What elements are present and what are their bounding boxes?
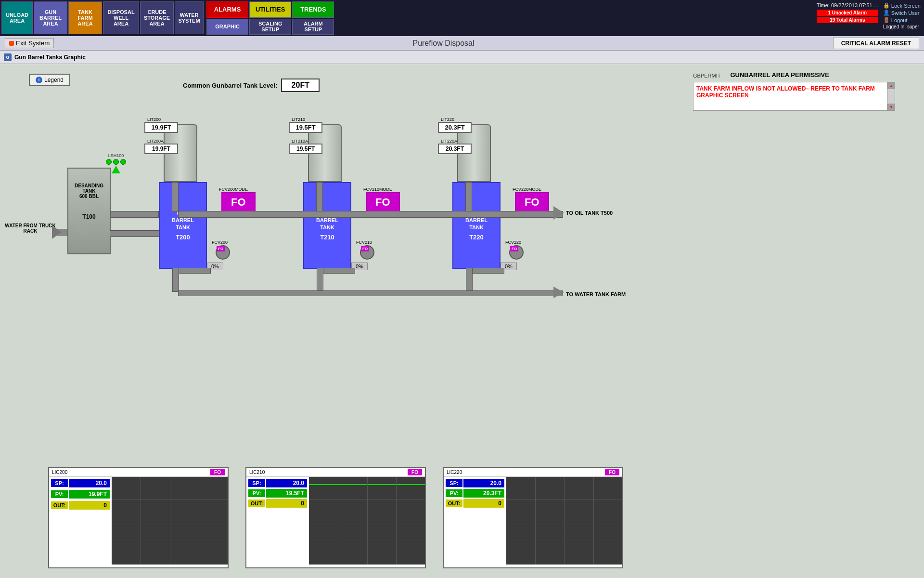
legend-button[interactable]: i Legend (29, 74, 70, 86)
pid220-chart (506, 477, 622, 565)
logout-label: Logout (891, 17, 908, 23)
lock-screen-link[interactable]: 🔒 Lock Screen (883, 2, 921, 9)
lit220-label: LIT220 (441, 117, 454, 122)
gbt-t200-id: T200 (176, 234, 190, 241)
pid200-sp-value[interactable]: 20.0 (69, 479, 110, 487)
nav-crude-storage-area[interactable]: CRUDE STORAGE AREA (140, 1, 174, 34)
fcv210mode-label: FCV210MODE (363, 187, 392, 192)
pid200-mode-badge: FO (210, 469, 225, 475)
page-header: G Gun Barrel Tanks Graphic (0, 51, 924, 64)
switch-user-icon: 👤 (883, 10, 890, 16)
pid220-content: SP: 20.0 PV: 20.3FT OUT: 0 (444, 477, 622, 565)
desanding-tank-name: DESANDING TANK (68, 183, 110, 194)
fcv210-fo-badge: FO (361, 246, 369, 251)
pid210-sp-row: SP: 20.0 (248, 479, 307, 487)
scroll-up-icon[interactable]: ▲ (887, 82, 895, 89)
nav-alarms[interactable]: ALARMS (206, 1, 248, 18)
exit-system-button[interactable]: Exit System (5, 38, 54, 48)
lit200a-value[interactable]: 19.9FT (144, 144, 178, 154)
total-alarms-badge[interactable]: 19 Total Alarms (817, 17, 878, 23)
gun-barrel-tank-t200[interactable]: GUNBARRELTANK T200 (159, 182, 207, 269)
pipe-t100-t200-h (111, 211, 159, 218)
nav-tank-farm-area[interactable]: TANK FARM AREA (68, 1, 102, 34)
chart200-vgrid3 (199, 477, 199, 565)
nav-unload-area[interactable]: UNLOAD AREA (1, 1, 33, 34)
to-water-arrow-icon (553, 287, 564, 298)
desanding-tank: DESANDING TANK 600 BBL T100 (67, 168, 111, 254)
pid200-out-value[interactable]: 0 (69, 501, 110, 510)
nav-alarm-setup[interactable]: ALARM SETUP (292, 19, 334, 35)
fcv200-label: FCV200 (212, 240, 228, 245)
lit210-label: LIT210 (292, 117, 305, 122)
to-oil-arrow-icon (553, 206, 564, 220)
lsh-dot-3 (120, 159, 126, 165)
permissive-message: TANK FARM INFLOW IS NOT ALLOWED– REFER T… (693, 82, 895, 111)
pid220-sp-label: SP: (446, 479, 462, 487)
nav-scaling-setup[interactable]: SCALING SETUP (249, 19, 291, 35)
permissive-scrollbar[interactable]: ▲ ▼ (887, 82, 895, 110)
pid200-header: LIC200 FO (49, 468, 228, 477)
pid220-out-value[interactable]: 0 (463, 499, 504, 508)
legend-icon: i (36, 77, 42, 83)
pid220-header: LIC220 FO (444, 468, 622, 477)
nav-utilities[interactable]: UTILITIES (249, 1, 291, 18)
app-title: Pureflow Disposal (54, 39, 833, 48)
pid-panel-lic210: LIC210 FO SP: 20.0 PV: 19.5FT OUT: 0 (245, 467, 426, 568)
fcv220mode-button[interactable]: FO (515, 192, 549, 212)
gbt-t210-id: T210 (320, 234, 334, 241)
pid210-sp-label: SP: (248, 479, 265, 487)
fcv220mode-label: FCV220MODE (513, 187, 541, 192)
gun-barrel-tank-t210[interactable]: GUNBARRELTANK T210 (303, 182, 351, 269)
pid220-label: LIC220 (447, 470, 462, 475)
common-level-value: 20FT (281, 79, 320, 92)
logout-link[interactable]: 🚪 Logout (883, 17, 921, 23)
pid210-pv-row: PV: 19.5FT (248, 489, 307, 498)
page-title: Gun Barrel Tanks Graphic (14, 54, 86, 61)
fcv200mode-label: FCV200MODE (219, 187, 248, 192)
desanding-tank-id: T100 (68, 213, 110, 220)
gun-barrel-tank-t220[interactable]: GUNBARRELTANK T220 (452, 182, 500, 269)
lit210a-value[interactable]: 19.5FT (289, 144, 322, 154)
lock-area: 🔒 Lock Screen 👤 Switch User 🚪 Logout Log… (883, 2, 921, 29)
desanding-tank-label: DESANDING TANK 600 BBL T100 (68, 169, 110, 220)
scroll-down-icon[interactable]: ▼ (887, 104, 895, 110)
unacked-alarm-badge[interactable]: 1 Unacked Alarm (817, 10, 878, 16)
fcv210mode-button[interactable]: FO (366, 192, 400, 212)
pid220-mode-badge: FO (605, 469, 619, 475)
switch-user-link[interactable]: 👤 Switch User (883, 10, 921, 16)
pid210-out-value[interactable]: 0 (266, 499, 307, 508)
permissive-text: TANK FARM INFLOW IS NOT ALLOWED– REFER T… (696, 85, 875, 99)
common-level-display: Common Gunbarrel Tank Level: 20FT (183, 79, 320, 92)
pid200-sp-label: SP: (51, 479, 68, 487)
time-display: Time: 09/27/2013 07:51 ... (817, 2, 878, 8)
chart210-vgrid1 (338, 477, 338, 565)
nav-disposal-well-area[interactable]: DISPOSAL WELL AREA (103, 1, 139, 34)
exit-dot-icon (9, 41, 14, 46)
critical-alarm-reset-button[interactable]: CRITICAL ALARM RESET (833, 38, 919, 49)
legend-label: Legend (44, 77, 64, 83)
lit200-value[interactable]: 19.9FT (144, 122, 178, 133)
lit220a-value[interactable]: 20.3FT (438, 144, 472, 154)
fcv220-label: FCV220 (505, 240, 521, 245)
pid220-pv-row: PV: 20.3FT (446, 489, 504, 498)
nav-water-system[interactable]: WATER SYSTEM (175, 1, 204, 34)
chart210-vgrid3 (396, 477, 397, 565)
pid210-sp-value[interactable]: 20.0 (266, 479, 307, 487)
nav-trends[interactable]: TRENDS (292, 1, 334, 18)
fcv200mode-button[interactable]: FO (221, 192, 256, 212)
pid210-out-row: OUT: 0 (248, 499, 307, 508)
pid220-sp-value[interactable]: 20.0 (463, 479, 504, 487)
lit210-value[interactable]: 19.5FT (289, 122, 322, 133)
gbpermit-label: GBPERMIT (693, 73, 720, 79)
nav-gun-barrel-area[interactable]: GUN BARREL AREA (34, 1, 67, 34)
common-level-label: Common Gunbarrel Tank Level: (183, 82, 277, 89)
nav-graphic[interactable]: GRAPHIC (206, 19, 248, 35)
water-from-truck-label: WATER FROM TRUCK RACK (4, 223, 57, 234)
chart200-vgrid1 (141, 477, 141, 565)
chart200-vgrid2 (170, 477, 170, 565)
main-pipe-top (178, 211, 563, 218)
lit200-label: LIT200 (147, 117, 161, 122)
lit220-value[interactable]: 20.3FT (438, 122, 472, 133)
pid210-header: LIC210 FO (246, 468, 425, 477)
pid200-pv-row: PV: 19.9FT (51, 490, 110, 499)
